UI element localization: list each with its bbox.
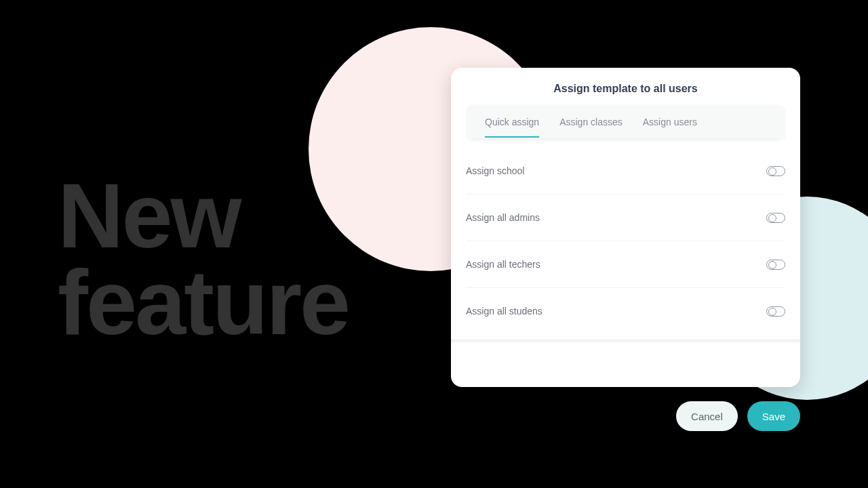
row-assign-school: Assign school: [466, 157, 785, 195]
tab-assign-users[interactable]: Assign users: [643, 106, 697, 137]
assign-rows: Assign school Assign all admins Assign a…: [451, 138, 800, 340]
headline: New feature: [58, 173, 349, 347]
headline-line1: New: [58, 173, 349, 260]
row-assign-students: Assign all studens: [466, 288, 785, 334]
tabs: Quick assign Assign classes Assign users: [466, 104, 785, 138]
row-assign-admins: Assign all admins: [466, 195, 785, 241]
toggle-assign-school[interactable]: [766, 166, 785, 176]
card-title: Assign template to all users: [451, 68, 800, 104]
row-label: Assign all studens: [466, 306, 542, 317]
card-footer: [451, 346, 800, 387]
row-label: Assign all admins: [466, 212, 540, 223]
footer-divider: [451, 340, 800, 346]
row-label: Assign school: [466, 165, 524, 176]
row-label: Assign all techers: [466, 259, 540, 270]
tab-quick-assign[interactable]: Quick assign: [485, 106, 539, 137]
toggle-assign-students[interactable]: [766, 306, 785, 317]
save-button[interactable]: Save: [747, 401, 800, 431]
tab-assign-classes[interactable]: Assign classes: [559, 106, 623, 137]
cancel-button[interactable]: Cancel: [676, 401, 738, 431]
toggle-assign-teachers[interactable]: [766, 260, 785, 270]
assign-template-card: Assign template to all users Quick assig…: [451, 68, 800, 387]
toggle-assign-admins[interactable]: [766, 213, 785, 223]
action-buttons: Cancel Save: [676, 401, 800, 431]
headline-line2: feature: [58, 260, 349, 346]
row-assign-teachers: Assign all techers: [466, 241, 785, 288]
